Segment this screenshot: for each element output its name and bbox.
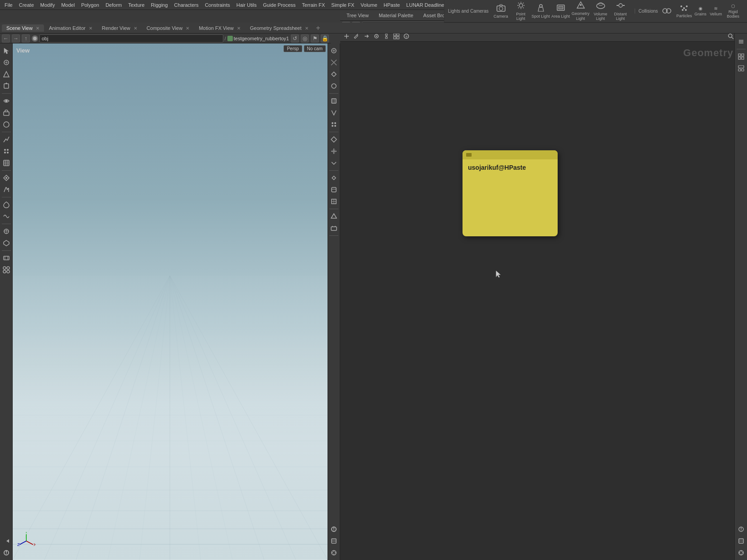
- rv-tool-9[interactable]: [328, 146, 339, 157]
- path-lock-button[interactable]: 🔒: [321, 34, 329, 43]
- menu-rigging[interactable]: Rigging: [148, 1, 170, 9]
- tool-bottom-2[interactable]: [1, 547, 12, 558]
- path-forward-button[interactable]: →: [12, 34, 20, 43]
- volume-light-button[interactable]: Volume Light: [591, 1, 610, 21]
- tool-17[interactable]: [1, 253, 12, 263]
- tab-geometry[interactable]: Geometry Spreadsheet ✕: [246, 24, 313, 32]
- menu-hpaste[interactable]: HPaste: [381, 1, 403, 9]
- menu-guide[interactable]: Guide Process: [260, 1, 298, 9]
- rigid-bodies-button[interactable]: ⬡ Rigid Bodies: [724, 1, 742, 21]
- tab-scene-close[interactable]: ✕: [36, 26, 39, 31]
- tab-motionfx-close[interactable]: ✕: [237, 26, 241, 31]
- network-view[interactable]: Geometry usojarikuf@HPaste: [340, 42, 747, 560]
- menu-create[interactable]: Create: [16, 1, 37, 9]
- tool-15[interactable]: [1, 226, 12, 237]
- rv-tool-8[interactable]: [328, 134, 339, 145]
- rv-tool-12[interactable]: [328, 184, 339, 195]
- tool-16[interactable]: [1, 238, 12, 249]
- rv-tool-3[interactable]: [328, 69, 339, 80]
- viewport[interactable]: View: [13, 43, 328, 560]
- path-reload-button[interactable]: ↺: [291, 34, 299, 43]
- menu-texture[interactable]: Texture: [125, 1, 147, 9]
- path-back-button[interactable]: ←: [2, 34, 10, 43]
- frt-tool-4[interactable]: [736, 63, 747, 74]
- path-up-button[interactable]: ↑: [22, 34, 30, 43]
- tab-motionfx[interactable]: Motion FX View ✕: [194, 24, 245, 32]
- menu-constraints[interactable]: Constraints: [202, 1, 233, 9]
- rv-tool-14[interactable]: [328, 211, 339, 222]
- menu-polygon[interactable]: Polygon: [78, 1, 102, 9]
- menu-deform[interactable]: Deform: [103, 1, 125, 9]
- tool-5[interactable]: [1, 96, 12, 106]
- tool-3[interactable]: [1, 69, 12, 80]
- point-light-button[interactable]: Point Light: [511, 1, 530, 21]
- cam-dropdown[interactable]: No cam: [304, 45, 326, 52]
- rv-tool-16[interactable]: [328, 524, 339, 535]
- rv-tool-7[interactable]: [328, 119, 339, 130]
- tool-12[interactable]: [1, 184, 12, 195]
- collisions-button[interactable]: [659, 1, 675, 21]
- grains-button[interactable]: ◉ Grains: [693, 1, 708, 21]
- sticky-minimize-button[interactable]: [466, 153, 472, 157]
- menu-characters[interactable]: Characters: [171, 1, 201, 9]
- rv-tool-13[interactable]: [328, 196, 339, 207]
- frt-tool-5[interactable]: [736, 524, 747, 535]
- tool-10[interactable]: [1, 158, 12, 168]
- path-obj-input[interactable]: [39, 34, 223, 43]
- rv-tool-11[interactable]: [328, 172, 339, 183]
- tab-composite-close[interactable]: ✕: [186, 26, 189, 31]
- frt-tool-compass[interactable]: [736, 547, 747, 558]
- menu-file[interactable]: File: [2, 1, 15, 9]
- camera-light-button[interactable]: Camera: [492, 1, 511, 21]
- tool-2[interactable]: [1, 57, 12, 68]
- menu-lunar[interactable]: LUNAR Deadline: [404, 1, 447, 9]
- rv-tool-4[interactable]: [328, 81, 339, 91]
- tool-transform[interactable]: [1, 81, 12, 91]
- rp-tab-treeview[interactable]: Tree View: [342, 12, 373, 19]
- menu-simplefx[interactable]: Simple FX: [328, 1, 357, 9]
- tab-animation[interactable]: Animation Editor ✕: [44, 24, 97, 32]
- tool-18[interactable]: [1, 264, 12, 275]
- distant-light-button[interactable]: DistantLight: [611, 1, 630, 21]
- tab-render-close[interactable]: ✕: [134, 26, 137, 31]
- tab-add-button[interactable]: +: [313, 24, 323, 32]
- rv-tool-6[interactable]: [328, 107, 339, 118]
- tool-11[interactable]: [1, 172, 12, 183]
- menu-hairutils[interactable]: Hair Utils: [234, 1, 260, 9]
- frt-tool-2[interactable]: [736, 36, 747, 47]
- menu-volume[interactable]: Volume: [358, 1, 380, 9]
- tab-animation-close[interactable]: ✕: [89, 26, 92, 31]
- rv-tool-1[interactable]: [328, 45, 339, 56]
- area-light-button[interactable]: Area Light: [551, 1, 570, 21]
- path-focus-button[interactable]: ◎: [301, 34, 309, 43]
- tool-8[interactable]: [1, 134, 12, 145]
- frt-tool-3[interactable]: [736, 51, 747, 62]
- sticky-note[interactable]: usojarikuf@HPaste: [463, 150, 558, 236]
- tool-7[interactable]: [1, 119, 12, 130]
- tab-geometry-close[interactable]: ✕: [305, 26, 308, 31]
- particles-button[interactable]: Particles: [676, 1, 692, 21]
- rv-tool-10[interactable]: [328, 158, 339, 168]
- tool-select[interactable]: [1, 45, 12, 56]
- tool-9[interactable]: [1, 146, 12, 157]
- menu-model[interactable]: Model: [58, 1, 77, 9]
- rp-tab-material[interactable]: Material Palette: [374, 12, 418, 19]
- rv-tool-compass[interactable]: [328, 547, 339, 558]
- menu-modify[interactable]: Modify: [38, 1, 58, 9]
- menu-terrainfx[interactable]: Terrain FX: [299, 1, 328, 9]
- persp-dropdown[interactable]: Persp: [284, 45, 302, 52]
- tab-render[interactable]: Render View ✕: [97, 24, 142, 32]
- tool-14[interactable]: [1, 211, 12, 222]
- frt-tool-6[interactable]: [736, 536, 747, 546]
- rv-tool-2[interactable]: [328, 57, 339, 68]
- tool-bottom-1[interactable]: [1, 536, 12, 546]
- tool-6[interactable]: [1, 107, 12, 118]
- geometry-light-button[interactable]: GeometryLight: [571, 1, 590, 21]
- tool-13[interactable]: [1, 199, 12, 210]
- spot-light-button[interactable]: Spot Light: [531, 1, 550, 21]
- path-search-button[interactable]: ⚑: [311, 34, 319, 43]
- rv-tool-15[interactable]: [328, 223, 339, 234]
- tab-composite[interactable]: Composite View ✕: [142, 24, 194, 32]
- tab-scene-view[interactable]: Scene View ✕: [2, 24, 44, 32]
- rv-tool-5[interactable]: [328, 96, 339, 106]
